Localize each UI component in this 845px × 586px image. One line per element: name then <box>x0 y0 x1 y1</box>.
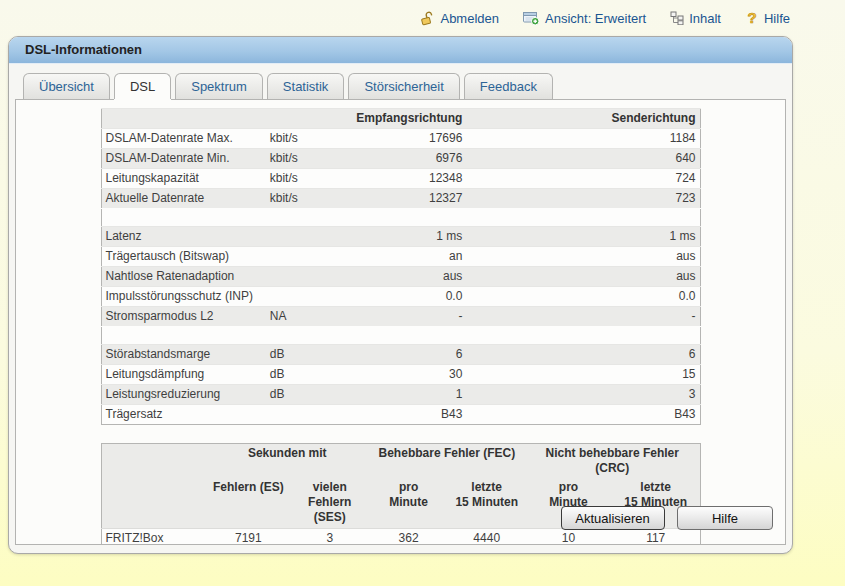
tab-uebersicht[interactable]: Übersicht <box>23 73 110 99</box>
help-button[interactable]: Hilfe <box>677 506 773 530</box>
table-row: DSLAM-Datenrate Min.kbit/s6976640 <box>101 149 700 169</box>
view-mode-label: Ansicht: Erweitert <box>545 11 646 26</box>
tab-dsl[interactable]: DSL <box>114 73 171 99</box>
value-downstream: 30 <box>341 365 467 385</box>
value-downstream: aus <box>341 267 467 287</box>
value-downstream: 12327 <box>341 189 467 209</box>
row-label: Leitungsdämpfung <box>101 365 266 385</box>
empty-header-cell <box>101 478 206 529</box>
dsl-info-table: Empfangsrichtung Senderichtung DSLAM-Dat… <box>101 108 701 425</box>
col-header-fec-last-15: letzte 15 Minuten <box>448 478 525 529</box>
value-downstream: - <box>341 307 467 327</box>
dsl-table-header-row: Empfangsrichtung Senderichtung <box>101 109 700 129</box>
logout-link[interactable]: Abmelden <box>420 11 499 26</box>
row-unit: dB <box>266 365 341 385</box>
row-unit <box>266 405 341 425</box>
table-row: Impulsstörungsschutz (INP)0.00.0 <box>101 287 700 307</box>
table-row: StörabstandsmargedB66 <box>101 345 700 365</box>
table-row: Trägertausch (Bitswap)anaus <box>101 247 700 267</box>
value-upstream: B43 <box>466 405 700 425</box>
contents-link[interactable]: Inhalt <box>670 11 721 26</box>
tab-statistik[interactable]: Statistik <box>267 73 345 99</box>
empty-header-cell <box>266 109 341 129</box>
row-unit: kbit/s <box>266 169 341 189</box>
value-upstream: 640 <box>466 149 700 169</box>
dsl-information-panel: DSL-Informationen ÜbersichtDSLSpektrumSt… <box>8 36 793 554</box>
table-row: DSLAM-Datenrate Max.kbit/s176961184 <box>101 129 700 149</box>
empty-header-cell <box>101 109 266 129</box>
spacer-cell <box>101 327 700 345</box>
row-unit: NA <box>266 307 341 327</box>
lock-open-icon <box>420 11 435 26</box>
col-header-downstream: Empfangsrichtung <box>341 109 467 129</box>
table-row: Leitungskapazitätkbit/s12348724 <box>101 169 700 189</box>
row-label: Leitungskapazität <box>101 169 266 189</box>
tab-bar: ÜbersichtDSLSpektrumStatistikStörsicherh… <box>23 72 792 99</box>
value-downstream: 1 ms <box>341 227 467 247</box>
logout-label: Abmelden <box>440 11 499 26</box>
value-upstream: 6 <box>466 345 700 365</box>
value-upstream: 723 <box>466 189 700 209</box>
row-unit: dB <box>266 385 341 405</box>
row-label: Trägersatz <box>101 405 266 425</box>
spacer-cell <box>101 209 700 227</box>
col-header-es: Fehlern (ES) <box>206 478 291 529</box>
value-cell: 117 <box>612 529 700 546</box>
value-upstream: 15 <box>466 365 700 385</box>
row-unit: kbit/s <box>266 149 341 169</box>
row-label: Latenz <box>101 227 266 247</box>
value-upstream: 1184 <box>466 129 700 149</box>
table-row: Stromsparmodus L2NA-- <box>101 307 700 327</box>
value-cell: 4440 <box>448 529 525 546</box>
sitemap-icon <box>670 11 684 25</box>
table-row: LeitungsdämpfungdB3015 <box>101 365 700 385</box>
row-label: DSLAM-Datenrate Min. <box>101 149 266 169</box>
refresh-button[interactable]: Aktualisieren <box>561 506 665 530</box>
value-cell: 362 <box>369 529 449 546</box>
row-label: Nahtlose Ratenadaption <box>101 267 266 287</box>
window-plus-icon <box>523 10 540 26</box>
value-upstream: 3 <box>466 385 700 405</box>
page-title: DSL-Informationen <box>9 37 792 64</box>
row-label: FRITZ!Box <box>101 529 206 546</box>
tab-stoersicherheit[interactable]: Störsicherheit <box>348 73 459 99</box>
value-downstream: an <box>341 247 467 267</box>
value-downstream: 12348 <box>341 169 467 189</box>
help-link[interactable]: ? Hilfe <box>745 10 790 26</box>
group-header-seconds: Sekunden mit <box>206 444 369 479</box>
view-mode-link[interactable]: Ansicht: Erweitert <box>523 10 646 26</box>
value-upstream: 0.0 <box>466 287 700 307</box>
contents-label: Inhalt <box>689 11 721 26</box>
value-downstream: 6976 <box>341 149 467 169</box>
table-row: TrägersatzB43B43 <box>101 405 700 425</box>
value-downstream: 17696 <box>341 129 467 149</box>
row-label: Stromsparmodus L2 <box>101 307 266 327</box>
svg-text:?: ? <box>747 10 756 26</box>
value-downstream: 6 <box>341 345 467 365</box>
value-upstream: aus <box>466 247 700 267</box>
col-header-ses: vielen Fehlern (SES) <box>291 478 369 529</box>
value-upstream: 1 ms <box>466 227 700 247</box>
value-upstream: aus <box>466 267 700 287</box>
row-unit <box>266 267 341 287</box>
table-row: Latenz1 ms1 ms <box>101 227 700 247</box>
group-header-row: Sekunden mit Behebbare Fehler (FEC) Nich… <box>101 444 700 479</box>
row-label: Aktuelle Datenrate <box>101 189 266 209</box>
group-header-fec: Behebbare Fehler (FEC) <box>369 444 525 479</box>
value-cell: 3 <box>291 529 369 546</box>
row-label: Trägertausch (Bitswap) <box>101 247 266 267</box>
row-unit: kbit/s <box>266 189 341 209</box>
tab-spektrum[interactable]: Spektrum <box>175 73 263 99</box>
row-unit <box>266 247 341 267</box>
tab-feedback[interactable]: Feedback <box>464 73 553 99</box>
value-cell: 10 <box>525 529 612 546</box>
spacer-row <box>101 209 700 227</box>
col-header-fec-per-minute: pro Minute <box>369 478 449 529</box>
row-unit: dB <box>266 345 341 365</box>
help-label: Hilfe <box>764 11 790 26</box>
row-label: Störabstandsmarge <box>101 345 266 365</box>
value-upstream: 724 <box>466 169 700 189</box>
table-row: Aktuelle Datenratekbit/s12327723 <box>101 189 700 209</box>
col-header-upstream: Senderichtung <box>466 109 700 129</box>
row-label: Impulsstörungsschutz (INP) <box>101 287 266 307</box>
